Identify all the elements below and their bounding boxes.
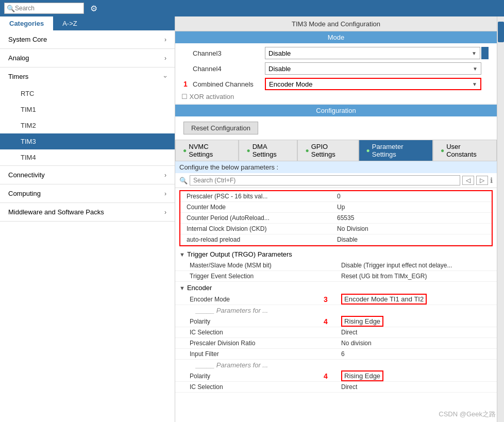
param-row-msm[interactable]: Master/Slave Mode (MSM bit) Disable (Tri…: [175, 260, 497, 271]
sidebar-item-tim1[interactable]: TIM1: [0, 102, 175, 117]
encoder-group: ▼ Encoder Encoder Mode 3 Encoder Mode TI…: [175, 282, 497, 393]
gear-icon[interactable]: ⚙: [90, 4, 97, 13]
param-row-prescaler-div[interactable]: Prescaler Division Ratio No division: [175, 338, 497, 349]
tab-user-constants[interactable]: ● User Constants: [433, 140, 497, 161]
param-search: 🔍 ◁ ▷ ℹ: [175, 173, 497, 188]
param-row-ic-selection-1[interactable]: IC Selection Direct: [175, 327, 497, 338]
mode-content: Channel3 Disable ▼ Channel4 Disable: [175, 43, 497, 104]
dropdown-arrow-icon: ▼: [472, 50, 477, 56]
polarity-2-value: Rising Edge: [341, 370, 383, 381]
channel3-row: Channel3 Disable ▼: [179, 45, 493, 61]
channel4-row: Channel4 Disable ▼: [179, 61, 493, 76]
check-icon-user: ●: [441, 147, 444, 154]
tab-dma[interactable]: ● DMA Settings: [239, 140, 297, 161]
sidebar-item-tim4[interactable]: TIM4: [0, 149, 175, 165]
channel3-select[interactable]: Disable ▼: [265, 47, 480, 59]
reset-config-button[interactable]: Reset Configuration: [183, 122, 258, 134]
section-analog-label: Analog: [8, 54, 29, 62]
chevron-right-icon-5: ›: [164, 209, 166, 216]
sidebar-item-tim2[interactable]: TIM2: [0, 117, 175, 133]
sidebar-tabs: Categories A->Z: [0, 16, 175, 30]
combined-channels-row: 1 Combined Channels Encoder Mode ▼: [179, 76, 493, 92]
tab-nvmic[interactable]: ● NVMC Settings: [175, 140, 239, 161]
section-analog-header[interactable]: Analog ›: [0, 49, 175, 67]
combined-channels-label: Combined Channels: [193, 80, 265, 88]
section-computing: Computing ›: [0, 184, 175, 203]
search-input[interactable]: [15, 5, 77, 12]
annotation-3: 3: [324, 295, 328, 303]
annotation-4b: 4: [324, 372, 328, 380]
right-panel: TIM3 Mode and Configuration Mode Channel…: [175, 16, 497, 422]
reset-area: Reset Configuration: [175, 116, 497, 140]
param-row-ic-selection-2[interactable]: IC Selection Direct: [175, 382, 497, 393]
prev-nav-button[interactable]: ◁: [462, 176, 474, 185]
annotation-4a: 4: [324, 317, 328, 326]
basic-params-group: 2 Prescaler (PSC - 16 bits val... 0 Coun…: [179, 190, 493, 246]
separator-2: _____ Parameters for ...: [175, 360, 497, 370]
annotation-1: 1: [183, 80, 191, 88]
section-timers: Timers › RTC TIM1 TIM2 TIM3 TIM4: [0, 67, 175, 166]
chevron-down-icon: ›: [162, 76, 169, 78]
check-icon-nvmic: ●: [183, 147, 187, 154]
section-computing-header[interactable]: Computing ›: [0, 184, 175, 202]
param-row-polarity-2[interactable]: Polarity 4 Rising Edge: [175, 370, 497, 382]
section-connectivity-label: Connectivity: [8, 171, 45, 179]
check-icon-dma: ●: [246, 147, 250, 154]
scrollbar-thumb-right[interactable]: [498, 22, 504, 42]
scrollbar-thumb: [481, 47, 489, 59]
param-row-counter-mode[interactable]: Counter Mode Up: [180, 202, 492, 213]
chevron-right-icon-2: ›: [164, 55, 166, 62]
tab-parameter[interactable]: ● Parameter Settings: [359, 140, 433, 161]
next-nav-button[interactable]: ▷: [476, 176, 488, 185]
param-row-prescaler[interactable]: Prescaler (PSC - 16 bits val... 0: [180, 191, 492, 202]
section-system-core: System Core ›: [0, 30, 175, 49]
mode-section: Mode Channel3 Disable ▼: [175, 31, 497, 104]
tab-categories[interactable]: Categories: [0, 16, 53, 30]
param-header: Configure the below parameters :: [175, 161, 497, 173]
section-analog: Analog ›: [0, 49, 175, 67]
section-system-core-label: System Core: [8, 36, 47, 43]
params-area: 2 Prescaler (PSC - 16 bits val... 0 Coun…: [175, 188, 497, 422]
search-icon: 🔍: [7, 5, 15, 12]
config-section: Configuration Reset Configuration ● NVMC…: [175, 104, 497, 422]
info-button[interactable]: ℹ: [490, 176, 493, 184]
param-row-encoder-mode[interactable]: Encoder Mode 3 Encoder Mode TI1 and TI2: [175, 294, 497, 305]
section-middleware: Middleware and Software Packs ›: [0, 203, 175, 222]
section-timers-header[interactable]: Timers ›: [0, 67, 175, 86]
param-row-autoreload[interactable]: auto-reload preload Disable: [180, 234, 492, 245]
expand-arrow-icon: ▼: [179, 251, 185, 258]
channel3-label: Channel3: [193, 49, 265, 57]
combined-channels-select[interactable]: Encoder Mode ▼: [265, 78, 481, 90]
search-box[interactable]: 🔍: [4, 3, 84, 14]
check-icon-gpio: ●: [305, 147, 309, 154]
config-tabs: ● NVMC Settings ● DMA Settings ● GPIO Se…: [175, 140, 497, 161]
chevron-right-icon-4: ›: [164, 190, 166, 197]
separator-1: _____ Parameters for ...: [175, 305, 497, 316]
section-computing-label: Computing: [8, 190, 41, 197]
sidebar-item-tim3[interactable]: TIM3: [0, 133, 175, 149]
param-row-polarity-1[interactable]: Polarity 4 Rising Edge: [175, 316, 497, 327]
right-scrollbar[interactable]: [497, 16, 504, 422]
sidebar: Categories A->Z System Core › Analog ›: [0, 16, 175, 422]
param-row-input-filter[interactable]: Input Filter 6: [175, 349, 497, 360]
section-middleware-header[interactable]: Middleware and Software Packs ›: [0, 203, 175, 221]
section-system-core-header[interactable]: System Core ›: [0, 30, 175, 48]
param-row-clock-div[interactable]: Internal Clock Division (CKD) No Divisio…: [180, 224, 492, 234]
encoder-group-header[interactable]: ▼ Encoder: [175, 282, 497, 294]
tab-atoz[interactable]: A->Z: [53, 16, 87, 30]
param-row-trigger-event[interactable]: Trigger Event Selection Reset (UG bit fr…: [175, 271, 497, 282]
trigger-output-header[interactable]: ▼ Trigger Output (TRGO) Parameters: [175, 248, 497, 260]
param-row-counter-period[interactable]: Counter Period (AutoReload... 65535: [180, 213, 492, 224]
sidebar-item-rtc[interactable]: RTC: [0, 86, 175, 102]
xor-row: ☐ XOR activation: [179, 92, 493, 102]
polarity-1-value: Rising Edge: [341, 316, 383, 327]
channel4-label: Channel4: [193, 65, 265, 73]
channel4-select[interactable]: Disable ▼: [265, 62, 481, 75]
section-connectivity-header[interactable]: Connectivity ›: [0, 166, 175, 184]
check-icon-param: ●: [366, 147, 370, 154]
param-search-input[interactable]: [190, 175, 460, 185]
title-text: TIM3 Mode and Configuration: [292, 20, 380, 28]
config-header: Configuration: [175, 105, 497, 116]
mode-header: Mode: [175, 31, 497, 43]
tab-gpio[interactable]: ● GPIO Settings: [297, 140, 358, 161]
